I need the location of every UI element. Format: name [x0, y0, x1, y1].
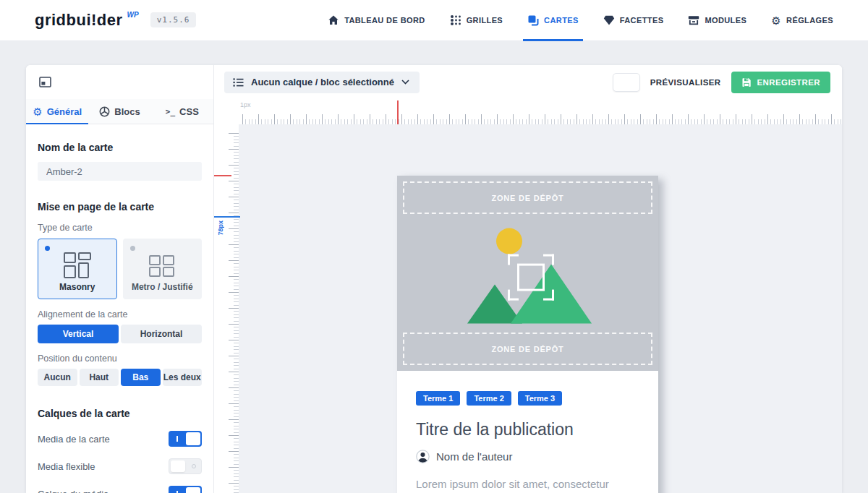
avatar-person-icon [416, 450, 430, 463]
module-box-icon [688, 14, 699, 26]
guide-measurement-label: 78px [217, 220, 224, 236]
layer-row-media-flexible: Media flexible [38, 458, 202, 474]
nav-item-modules[interactable]: MODULES [688, 0, 746, 41]
position-les-deux-button[interactable]: Les deux [163, 369, 203, 386]
main-nav: TABLEAU DE BORD GRILLES CARTES [328, 0, 833, 41]
dropzone-top[interactable]: ZONE DE DÉPÔT [403, 181, 652, 214]
cube-icon [99, 106, 110, 117]
nav-item-grilles[interactable]: GRILLES [450, 0, 503, 41]
editor-panel: ⚙ Général Blocs >_ CSS Nom de la carte [26, 65, 842, 493]
radio-selected-icon [45, 246, 50, 251]
card-footer-layer[interactable]: Terme 1 Terme 2 Terme 3 Titre de la publ… [397, 371, 658, 493]
card-layers-heading: Calques de la carte [38, 408, 202, 419]
sidebar-body: Nom de la carte Mise en page de la carte… [26, 124, 213, 493]
facet-gem-icon [603, 14, 615, 26]
list-icon [233, 77, 244, 87]
position-aucun-button[interactable]: Aucun [38, 369, 77, 386]
settings-sidebar: ⚙ Général Blocs >_ CSS Nom de la carte [26, 65, 214, 493]
brand: gridbui!der WP v1.5.6 [35, 11, 196, 30]
card-type-masonry[interactable]: Masonry [38, 239, 117, 299]
nav-item-cartes[interactable]: CARTES [527, 0, 579, 41]
ruler-guide-blue-horizontal[interactable] [214, 216, 240, 218]
term-badge-2[interactable]: Terme 2 [467, 391, 511, 406]
metro-layout-icon [148, 251, 176, 280]
version-badge: v1.5.6 [150, 12, 197, 27]
sidebar-tabs: ⚙ Général Blocs >_ CSS [26, 99, 213, 124]
tab-css[interactable]: >_ CSS [151, 99, 213, 124]
toggle-calque-media-on[interactable] [169, 486, 202, 493]
alignment-vertical-button[interactable]: Vertical [38, 325, 119, 343]
excerpt-block[interactable]: Lorem ipsum dolor sit amet, consectetur … [416, 476, 639, 493]
vertical-ruler-ticks [229, 133, 239, 493]
tab-general[interactable]: ⚙ Général [26, 99, 88, 124]
term-badge-3[interactable]: Terme 3 [518, 391, 562, 406]
home-icon [328, 14, 339, 26]
alignment-horizontal-button[interactable]: Horizontal [121, 325, 202, 343]
toggle-media-flexible-off[interactable] [169, 458, 202, 474]
cards-icon [527, 14, 539, 26]
card-preview[interactable]: ZONE DE DÉPÔT ZONE DE DÉPÔT [397, 176, 658, 493]
horizontal-ruler-ticks [242, 114, 842, 124]
tab-blocs[interactable]: Blocs [88, 99, 150, 124]
position-haut-button[interactable]: Haut [80, 369, 119, 386]
floppy-icon [741, 77, 752, 87]
gear-icon: ⚙ [771, 15, 781, 26]
alignment-options: Vertical Horizontal [38, 325, 202, 343]
content-position-label: Position du contenu [38, 353, 202, 364]
masonry-layout-icon [62, 251, 93, 280]
app-logo: gridbui!der [35, 11, 123, 30]
preview-label: PRÉVISUALISER [650, 78, 721, 87]
ruler-guide-red-vertical[interactable] [397, 100, 399, 124]
toggle-media-on[interactable] [169, 431, 202, 447]
radio-unselected-icon [130, 246, 135, 251]
nav-item-facettes[interactable]: FACETTES [603, 0, 664, 41]
gear-icon: ⚙ [33, 106, 42, 117]
card-type-label: Type de carte [38, 223, 202, 233]
top-navbar: gridbui!der WP v1.5.6 TABLEAU DE BORD GR… [0, 0, 868, 41]
chevron-down-icon [401, 80, 409, 85]
card-media-layer[interactable]: ZONE DE DÉPÔT ZONE DE DÉPÔT [397, 176, 658, 371]
image-placeholder-icon [463, 227, 593, 328]
crop-frame-icon [508, 254, 554, 301]
author-block[interactable]: Nom de l'auteur [416, 450, 639, 463]
ruler-origin-label: 1px [240, 101, 251, 108]
card-type-metro[interactable]: Metro / Justifié [123, 239, 203, 299]
layer-row-calque-media: Calque du média [38, 486, 202, 493]
save-button[interactable]: ENREGISTRER [731, 72, 830, 93]
app-logo-wp-sup: WP [127, 11, 139, 19]
card-type-options: Masonry Metro / Justifié [38, 239, 202, 299]
ruler-guide-red-horizontal[interactable] [214, 175, 231, 176]
sun-icon [496, 228, 522, 254]
card-name-heading: Nom de la carte [38, 142, 202, 153]
content-position-options: Aucun Haut Bas Les deux [38, 369, 202, 386]
post-title-block[interactable]: Titre de la publication [416, 420, 639, 440]
card-alignment-label: Alignement de la carte [38, 309, 202, 320]
terminal-icon: >_ [166, 107, 175, 116]
position-bas-button[interactable]: Bas [121, 369, 161, 386]
term-badge-1[interactable]: Terme 1 [416, 391, 460, 406]
canvas[interactable]: 78px ZONE DE DÉPÔT [214, 124, 842, 493]
nav-item-reglages[interactable]: ⚙ RÉGLAGES [771, 0, 833, 41]
collapse-panel-icon [39, 77, 51, 87]
collapse-panel-button[interactable] [36, 74, 54, 90]
layer-row-media: Media de la carte [38, 431, 202, 447]
vertical-ruler[interactable]: 78px [214, 124, 239, 493]
card-layout-heading: Mise en page de la carte [38, 201, 202, 213]
canvas-toolbar: Aucun calque / bloc sélectionné PRÉVISUA… [214, 65, 842, 99]
workspace: Aucun calque / bloc sélectionné PRÉVISUA… [214, 65, 842, 493]
card-name-input[interactable] [38, 162, 202, 181]
preview-toggle[interactable] [613, 73, 640, 92]
dropzone-bottom[interactable]: ZONE DE DÉPÔT [403, 333, 652, 365]
horizontal-ruler[interactable]: 1px [214, 99, 842, 124]
nav-item-tableau-de-bord[interactable]: TABLEAU DE BORD [328, 0, 425, 41]
term-badges: Terme 1 Terme 2 Terme 3 [416, 391, 639, 406]
layer-select-dropdown[interactable]: Aucun calque / bloc sélectionné [224, 72, 420, 93]
grid-dots-icon [450, 14, 461, 26]
sidebar-top [26, 65, 213, 99]
toolbar-right: PRÉVISUALISER ENREGISTRER [613, 72, 830, 93]
